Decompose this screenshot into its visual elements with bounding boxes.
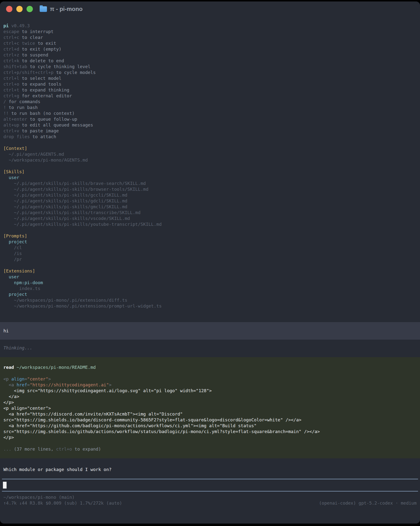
code-line: <a href="https://shittycodingagent.ai"> (3, 382, 417, 388)
console-line: ~/.pi/agent/skills/pi-skills/gccli/SKILL… (3, 192, 417, 198)
console-line: [Prompts] (3, 233, 417, 239)
console-line: index.ts (3, 286, 417, 292)
console-line: [Skills] (3, 169, 417, 175)
code-line: src="https://img.shields.io/badge/discor… (3, 417, 417, 423)
console-line: ctrl+v to paste image (3, 128, 417, 134)
console-line: ~/.pi/agent/skills/pi-skills/transcribe/… (3, 210, 417, 216)
traffic-lights (6, 6, 33, 12)
console-line: ctrl+z to suspend (3, 52, 417, 58)
console-line: drop files to attach (3, 134, 417, 140)
status-row-stats: ↑4.7k ↓44 R3.8k $0.009 (sub) 1.7%/272k (… (3, 500, 417, 506)
console-line: ctrl+g for external editor (3, 93, 417, 99)
tool-call-block: read ~/workspaces/pi-mono/README.md <p a… (0, 357, 420, 458)
console-line: ~/.pi/agent/skills/pi-skills/gdcli/SKILL… (3, 198, 417, 204)
console-line: project (3, 292, 417, 297)
code-line: read ~/workspaces/pi-mono/README.md (3, 364, 417, 370)
console-line (3, 262, 417, 268)
console-line: ~/.pi/agent/skills/pi-skills/vscode/SKIL… (3, 216, 417, 221)
prompt-input[interactable] (2, 479, 418, 491)
window-title: π - pi-mono (50, 6, 82, 12)
console-line: ctrl+o to expand tools (3, 81, 417, 87)
titlebar: π - pi-mono (0, 1, 420, 17)
console-line: ctrl+c twice to exit (3, 40, 417, 46)
console-line (3, 163, 417, 169)
console-line: ctrl+d to exit (empty) (3, 46, 417, 52)
console-line: ~/.pi/agent/skills/pi-skills/browser-too… (3, 186, 417, 192)
title-group: π - pi-mono (40, 6, 82, 12)
assistant-question: Which module or package should I work on… (0, 467, 420, 473)
console-line: /cl (3, 245, 417, 251)
code-line: src="https://img.shields.io/github/actio… (3, 429, 417, 435)
console-line: alt+enter to queue follow-up (3, 116, 417, 122)
code-line: ... (37 more lines, ctrl+o to expand) (3, 446, 417, 452)
console-line: ctrl+t to expand thinking (3, 87, 417, 93)
folder-icon (40, 6, 47, 12)
code-line: </p> (3, 399, 417, 405)
console-line: ctrl+k to delete to end (3, 58, 417, 64)
user-message-text: hi (3, 328, 9, 334)
console-line: [Extensions] (3, 268, 417, 274)
code-line: <a href="https://discord.com/invite/nKXT… (3, 411, 417, 417)
console-line: alt+up to edit all queued messages (3, 122, 417, 128)
status-row-cwd: ~/workspaces/pi-mono (main) (3, 494, 417, 500)
code-line: </p> (3, 435, 417, 440)
code-line: <p align="center"> (3, 405, 417, 411)
console-line (3, 227, 417, 233)
minimize-button[interactable] (16, 6, 23, 12)
console-line: ~/.pi/agent/skills/pi-skills/youtube-tra… (3, 221, 417, 227)
code-line: </a> (3, 394, 417, 399)
console-line: ctrl+c to clear (3, 35, 417, 40)
console-line: ~/.pi/agent/skills/pi-skills/gmcli/SKILL… (3, 204, 417, 210)
console-line: ~/workspaces/pi-mono/.pi/extensions/prom… (3, 303, 417, 309)
cwd-label: ~/workspaces/pi-mono (main) (3, 494, 75, 500)
close-button[interactable] (6, 6, 12, 12)
console-line: npm:pi-doom (3, 280, 417, 286)
thinking-indicator: Thinking... (0, 345, 420, 351)
console-line: /pr (3, 256, 417, 262)
console-line: ! to run bash (3, 105, 417, 111)
zoom-button[interactable] (27, 6, 33, 12)
code-line: <a href="https://github.com/badlogic/pi-… (3, 423, 417, 429)
code-line: <img src="https://shittycodingagent.ai/l… (3, 388, 417, 394)
status-bar: ~/workspaces/pi-mono (main) ↑4.7k ↓44 R3… (0, 494, 420, 506)
console-line: project (3, 239, 417, 245)
console-line: escape to interrupt (3, 29, 417, 35)
console-line: / for commands (3, 99, 417, 105)
console-line: ctrl+l to select model (3, 75, 417, 81)
text-cursor (3, 482, 7, 488)
terminal-window: π - pi-mono pi v0.49.3escape to interrup… (0, 1, 420, 524)
console-line: ~/workspaces/pi-mono/.pi/extensions/diff… (3, 297, 417, 303)
console-line: /is (3, 251, 417, 256)
console-line: !! to run bash (no context) (3, 111, 417, 116)
code-line (3, 370, 417, 376)
user-message: hi (0, 322, 420, 340)
console-line: ~/.pi/agent/AGENTS.md (3, 151, 417, 157)
token-stats: ↑4.7k ↓44 R3.8k $0.009 (sub) 1.7%/272k (… (3, 500, 122, 506)
code-line: <p align="center"> (3, 376, 417, 382)
console-line: user (3, 274, 417, 280)
console-line: ctrl+p/shift+ctrl+p to cycle models (3, 70, 417, 75)
console-line: user (3, 175, 417, 181)
console-line: ~/workspaces/pi-mono/AGENTS.md (3, 157, 417, 163)
console-line: shift+tab to cycle thinking level (3, 64, 417, 70)
console-line: [Context] (3, 145, 417, 151)
console-line: ~/.pi/agent/skills/pi-skills/brave-searc… (3, 181, 417, 186)
code-line (3, 440, 417, 446)
console-output: pi v0.49.3escape to interruptctrl+c to c… (0, 17, 420, 309)
model-info: (openai-codex) gpt-5.2-codex · medium (319, 500, 417, 506)
console-line: pi v0.49.3 (3, 23, 417, 29)
console-line (3, 140, 417, 145)
